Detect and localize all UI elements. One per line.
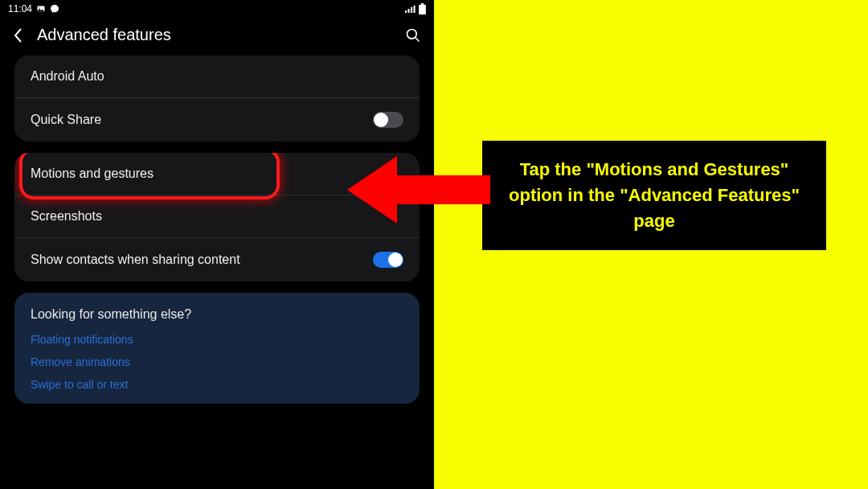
search-icon[interactable] <box>405 27 421 43</box>
svg-point-8 <box>407 29 417 39</box>
battery-icon <box>419 3 426 14</box>
toggle-quick-share[interactable] <box>373 112 403 128</box>
svg-rect-7 <box>419 5 426 14</box>
page-title: Advanced features <box>37 26 405 44</box>
instruction-panel: Tap the "Motions and Gestures" option in… <box>434 0 868 489</box>
link-swipe-call-text[interactable]: Swipe to call or text <box>31 378 403 391</box>
looking-for-card: Looking for something else? Floating not… <box>14 293 420 404</box>
row-show-contacts[interactable]: Show contacts when sharing content <box>14 238 420 281</box>
svg-marker-10 <box>347 156 490 224</box>
messenger-icon <box>50 4 59 14</box>
instruction-box: Tap the "Motions and Gestures" option in… <box>482 141 826 250</box>
row-quick-share[interactable]: Quick Share <box>14 98 420 142</box>
instruction-text: Tap the "Motions and Gestures" option in… <box>497 157 812 234</box>
settings-card-1: Android Auto Quick Share <box>14 55 420 142</box>
svg-rect-4 <box>411 7 412 13</box>
svg-point-1 <box>39 7 40 9</box>
link-remove-animations[interactable]: Remove animations <box>31 355 403 368</box>
row-label: Motions and gestures <box>31 166 154 181</box>
svg-rect-5 <box>414 6 416 13</box>
row-android-auto[interactable]: Android Auto <box>14 55 420 97</box>
row-label: Android Auto <box>31 69 104 84</box>
svg-rect-3 <box>408 9 410 13</box>
row-label: Screenshots <box>31 209 102 224</box>
signal-icon <box>405 4 416 14</box>
arrow-icon <box>347 150 492 230</box>
svg-line-9 <box>416 37 420 41</box>
status-time: 11:04 <box>8 3 32 14</box>
picture-icon <box>36 4 46 14</box>
row-label: Show contacts when sharing content <box>31 253 240 267</box>
svg-rect-2 <box>405 10 407 13</box>
status-bar: 11:04 <box>0 0 434 18</box>
svg-rect-6 <box>421 3 424 5</box>
row-label: Quick Share <box>31 113 101 127</box>
toggle-show-contacts[interactable] <box>373 252 403 268</box>
phone-screenshot: 11:04 Advanced features <box>0 0 434 489</box>
card-title: Looking for something else? <box>31 307 403 322</box>
link-floating-notifications[interactable]: Floating notifications <box>31 333 403 346</box>
back-icon[interactable] <box>13 27 23 43</box>
page-header: Advanced features <box>0 18 434 55</box>
